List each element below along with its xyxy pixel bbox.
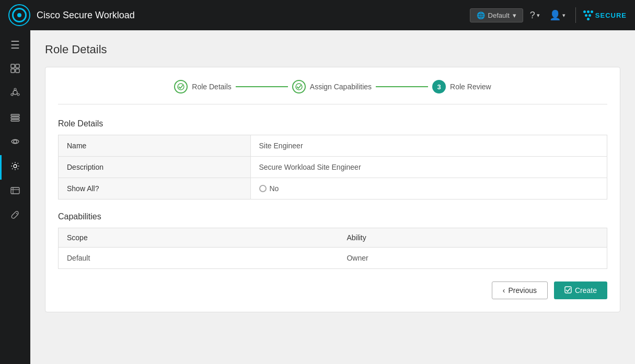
cisco-dot [588, 14, 591, 17]
capabilities-table: Scope Ability Default Owner [58, 228, 607, 269]
svg-rect-16 [11, 187, 19, 194]
step-connector-2 [376, 86, 428, 87]
sidebar-item-settings[interactable] [0, 155, 30, 180]
svg-point-6 [17, 93, 19, 96]
svg-line-10 [13, 93, 14, 94]
globe-icon: 🌐 [477, 11, 485, 19]
app-logo [8, 4, 30, 26]
question-icon: ? [530, 10, 535, 21]
step3-number: 3 [437, 83, 441, 91]
value-showall: No [250, 178, 607, 199]
step2-label: Assign Capabilities [310, 83, 372, 91]
help-caret-icon: ▾ [537, 12, 540, 19]
step-assign-capabilities: Assign Capabilities [292, 80, 372, 93]
sidebar: ☰ [0, 30, 30, 364]
cisco-bar-row1 [583, 10, 593, 13]
svg-rect-13 [11, 120, 19, 121]
stepper: Role Details Assign Capabilities [58, 80, 607, 104]
topnav-left: Cisco Secure Workload [8, 4, 135, 26]
default-dropdown[interactable]: 🌐 Default ▾ [470, 8, 523, 22]
main-card: Role Details Assign Capabilities [45, 67, 620, 312]
svg-point-15 [14, 165, 17, 168]
svg-rect-0 [11, 64, 15, 68]
create-button[interactable]: Create [554, 281, 607, 299]
step-connector-1 [236, 86, 288, 87]
cisco-bars [583, 10, 593, 20]
step1-circle [174, 80, 188, 93]
svg-rect-3 [16, 69, 19, 73]
app-layout: ☰ [0, 30, 635, 364]
svg-point-4 [13, 90, 17, 95]
svg-rect-2 [11, 69, 15, 73]
step3-label: Role Review [450, 83, 491, 91]
svg-line-19 [16, 213, 17, 214]
footer-actions: ‹ Previous Create [58, 281, 607, 299]
create-check-icon [564, 286, 572, 295]
label-name: Name [59, 135, 251, 157]
col-scope: Scope [59, 228, 339, 248]
table-row-description: Description Secure Workload Site Enginee… [59, 157, 607, 178]
label-description: Description [59, 157, 251, 178]
sidebar-item-users[interactable] [0, 180, 30, 204]
capabilities-header-row: Scope Ability [59, 228, 607, 248]
previous-label: Previous [509, 286, 537, 295]
step-role-review: 3 Role Review [432, 80, 491, 93]
dashboard-icon [10, 64, 20, 75]
step2-check-icon [295, 83, 303, 90]
step1-label: Role Details [192, 83, 231, 91]
svg-rect-1 [16, 64, 19, 68]
svg-rect-11 [11, 114, 19, 116]
sidebar-item-tools[interactable] [0, 204, 30, 229]
svg-rect-22 [565, 287, 571, 293]
sidebar-item-topology[interactable] [0, 81, 30, 106]
user-caret-icon: ▾ [562, 12, 565, 19]
sidebar-item-visibility[interactable] [0, 131, 30, 155]
sidebar-menu-toggle[interactable]: ☰ [0, 32, 30, 57]
role-details-table: Name Site Engineer Description Secure Wo… [58, 135, 607, 199]
radio-circle [259, 185, 267, 192]
role-details-section-title: Role Details [58, 119, 607, 128]
top-navigation: Cisco Secure Workload 🌐 Default ▾ ? ▾ 👤 … [0, 0, 635, 30]
page-title: Role Details [45, 43, 620, 56]
cisco-bar-row2 [583, 14, 593, 17]
svg-point-7 [11, 93, 13, 96]
capabilities-section-title: Capabilities [58, 212, 607, 221]
cisco-dot [585, 14, 587, 17]
svg-point-20 [178, 84, 184, 90]
cisco-dot [591, 10, 593, 13]
user-icon: 👤 [549, 9, 561, 21]
step1-check-icon [177, 83, 184, 90]
sidebar-item-inventory[interactable] [0, 106, 30, 131]
value-description: Secure Workload Site Engineer [250, 157, 607, 178]
cisco-bar-row3 [583, 18, 593, 20]
col-ability: Ability [338, 228, 607, 248]
svg-line-9 [17, 93, 17, 94]
users-icon [10, 186, 20, 198]
step2-circle [292, 80, 306, 93]
tools-icon [10, 210, 20, 222]
user-button[interactable]: 👤 ▾ [547, 7, 568, 24]
label-showall: Show All? [59, 178, 251, 199]
cisco-dot [583, 10, 586, 13]
capability-scope: Default [59, 248, 339, 269]
svg-point-21 [296, 84, 302, 90]
table-row-name: Name Site Engineer [59, 135, 607, 157]
inventory-icon [10, 112, 20, 124]
cisco-secure-text: SECURE [595, 11, 627, 19]
capability-row: Default Owner [59, 248, 607, 269]
table-row-showall: Show All? No [59, 178, 607, 199]
topology-icon [10, 88, 20, 100]
radio-row: No [259, 184, 599, 193]
logo-ring [12, 8, 27, 22]
sidebar-item-dashboard[interactable] [0, 57, 30, 81]
previous-button[interactable]: ‹ Previous [492, 281, 548, 299]
svg-rect-12 [11, 117, 19, 119]
default-label: Default [488, 11, 510, 19]
svg-point-14 [14, 140, 17, 143]
app-title: Cisco Secure Workload [37, 10, 135, 21]
logo-dot [17, 13, 21, 17]
step3-circle: 3 [432, 80, 446, 93]
help-button[interactable]: ? ▾ [527, 7, 542, 24]
radio-label: No [270, 184, 279, 193]
step-role-details: Role Details [174, 80, 231, 93]
